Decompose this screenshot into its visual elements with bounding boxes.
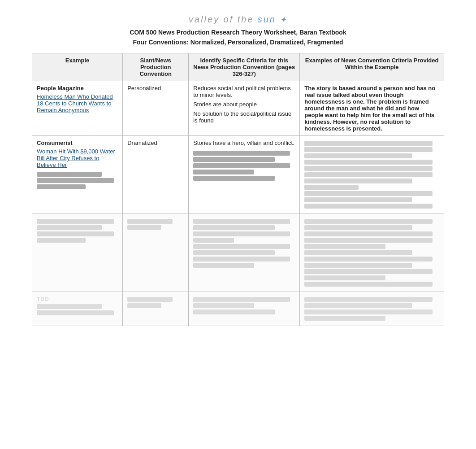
row4-convention — [123, 292, 189, 326]
criteria-item: No solution to the social/political issu… — [193, 110, 295, 124]
row2-example: Consumerist Woman Hit With $9,000 Water … — [32, 136, 123, 214]
table-row — [32, 214, 444, 292]
row1-examples: The story is based around a person and h… — [300, 81, 444, 136]
col-header-example: Example — [32, 53, 123, 81]
col-header-identify: Identify Specific Criteria for this News… — [189, 53, 300, 81]
row3-examples — [300, 214, 444, 292]
logo-area: valley of the sun ✦ — [32, 13, 444, 25]
article-link[interactable]: Homeless Man Who Donated 18 Cents to Chu… — [37, 93, 118, 113]
row3-example — [32, 214, 123, 292]
table-row: Consumerist Woman Hit With $9,000 Water … — [32, 136, 444, 214]
row4-examples — [300, 292, 444, 326]
criteria-item: Stories are about people — [193, 101, 295, 108]
doc-title: COM 500 News Production Research Theory … — [32, 29, 444, 36]
row2-convention: Dramatized — [123, 136, 189, 214]
row2-criteria: Stories have a hero, villain and conflic… — [189, 136, 300, 214]
doc-subtitle: Four Conventions: Normalized, Personaliz… — [32, 39, 444, 46]
row4-criteria — [189, 292, 300, 326]
page-container: valley of the sun ✦ COM 500 News Product… — [23, 9, 453, 331]
col-header-slant: Slant/News Production Convention — [123, 53, 189, 81]
article-link[interactable]: Woman Hit With $9,000 Water Bill After C… — [37, 148, 118, 168]
row1-example: People Magazine Homeless Man Who Donated… — [32, 81, 123, 136]
main-table: Example Slant/News Production Convention… — [32, 53, 444, 326]
source-name: Consumerist — [37, 139, 118, 146]
criteria-main: Stories have a hero, villain and conflic… — [193, 139, 295, 146]
logo: valley of the sun ✦ — [32, 13, 444, 25]
row3-convention — [123, 214, 189, 292]
row1-criteria: Reduces social and political problems to… — [189, 81, 300, 136]
examples-text: The story is based around a person and h… — [304, 85, 435, 132]
row1-convention: Personalized — [123, 81, 189, 136]
table-row: TBD — [32, 292, 444, 326]
row4-example: TBD — [32, 292, 123, 326]
row3-criteria — [189, 214, 300, 292]
source-name: People Magazine — [37, 85, 118, 92]
criteria-item: Reduces social and political problems to… — [193, 85, 295, 98]
table-row: People Magazine Homeless Man Who Donated… — [32, 81, 444, 136]
row2-examples — [300, 136, 444, 214]
col-header-examples: Examples of News Convention Criteria Pro… — [300, 53, 444, 81]
